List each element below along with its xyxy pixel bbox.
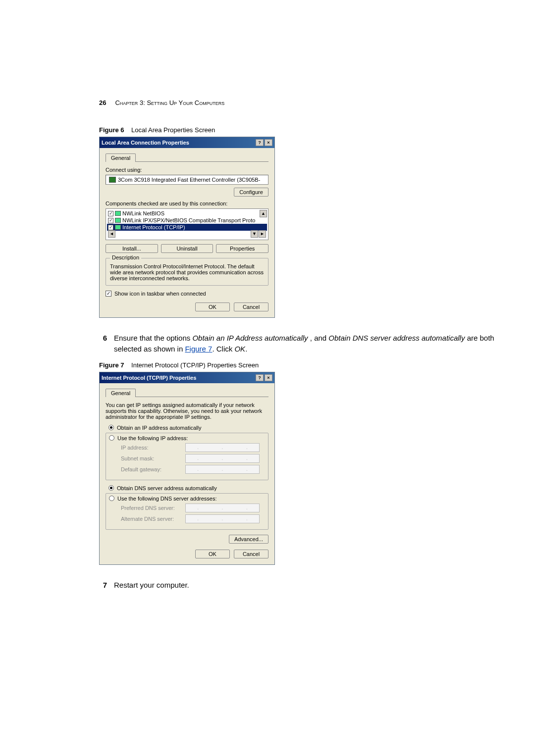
- radio-icon[interactable]: [109, 496, 114, 501]
- gateway-input: ...: [185, 465, 260, 474]
- pref-dns-label: Preferred DNS server:: [121, 505, 185, 511]
- radio-label: Use the following IP address:: [117, 435, 188, 441]
- dialog-titlebar: Local Area Connection Properties ? ×: [100, 137, 274, 148]
- show-icon-label: Show icon in taskbar when connected: [114, 291, 206, 297]
- tab-general[interactable]: General: [106, 153, 136, 162]
- nic-icon: [109, 177, 116, 183]
- radio-icon[interactable]: [108, 485, 114, 491]
- components-label: Components checked are used by this conn…: [106, 201, 268, 206]
- ok-button[interactable]: OK: [195, 550, 230, 558]
- running-header: 26 Chapter 3: Setting Up Your Computers: [99, 99, 495, 106]
- figure7-caption: Figure 7 Internet Protocol (TCP/IP) Prop…: [99, 361, 495, 369]
- subnet-input: ...: [185, 454, 260, 463]
- list-item-label: NWLink NetBIOS: [122, 210, 164, 216]
- radio-icon[interactable]: [108, 425, 114, 430]
- ip-address-input: ...: [185, 443, 260, 452]
- chapter-label: Chapter 3: Setting Up Your Computers: [115, 99, 224, 106]
- option-obtain-dns: Obtain DNS server address automatically: [328, 334, 465, 342]
- adapter-field: 3Com 3C918 Integrated Fast Ethernet Cont…: [106, 175, 268, 185]
- step-body: Restart your computer.: [114, 580, 189, 591]
- step-number: 6: [99, 333, 107, 354]
- figure6-caption-prefix: Figure 6: [99, 126, 124, 134]
- list-item-label: NWLink IPX/SPX/NetBIOS Compatible Transp…: [122, 217, 255, 223]
- checkbox-icon[interactable]: ✓: [106, 291, 111, 297]
- radio-use-ip[interactable]: Use the following IP address:: [109, 435, 264, 441]
- list-item[interactable]: ✓ NWLink IPX/SPX/NetBIOS Compatible Tran…: [107, 217, 267, 224]
- alt-dns-label: Alternate DNS server:: [121, 516, 185, 522]
- ok-button[interactable]: OK: [195, 302, 230, 311]
- intro-text: You can get IP settings assigned automat…: [106, 402, 268, 420]
- step-6: 6 Ensure that the options Obtain an IP A…: [99, 333, 495, 354]
- radio-obtain-ip[interactable]: Obtain an IP address automatically: [108, 425, 268, 431]
- protocol-icon: [115, 211, 121, 216]
- advanced-button[interactable]: Advanced...: [229, 535, 268, 544]
- adapter-name: 3Com 3C918 Integrated Fast Ethernet Cont…: [118, 177, 260, 183]
- help-icon[interactable]: ?: [256, 374, 264, 381]
- configure-button[interactable]: Configure: [234, 188, 268, 197]
- step-7: 7 Restart your computer.: [99, 580, 495, 591]
- tcpip-properties-dialog: Internet Protocol (TCP/IP) Properties ? …: [99, 372, 275, 565]
- components-listbox[interactable]: ▲ ✓ NWLink NetBIOS ✓ NWLink IPX/SPX/NetB…: [106, 208, 268, 240]
- dialog-title: Local Area Connection Properties: [102, 140, 189, 146]
- tab-general[interactable]: General: [106, 389, 136, 397]
- step-body: Ensure that the options Obtain an IP Add…: [114, 333, 495, 354]
- close-icon[interactable]: ×: [265, 374, 272, 381]
- radio-obtain-dns[interactable]: Obtain DNS server address automatically: [108, 485, 268, 491]
- figure7-caption-text: Internet Protocol (TCP/IP) Properties Sc…: [131, 361, 259, 369]
- help-icon[interactable]: ?: [256, 139, 264, 146]
- radio-label: Use the following DNS server addresses:: [117, 496, 217, 502]
- list-item-label: Internet Protocol (TCP/IP): [122, 224, 185, 230]
- dialog-title: Internet Protocol (TCP/IP) Properties: [102, 375, 196, 381]
- list-item-selected[interactable]: ✓ Internet Protocol (TCP/IP): [107, 224, 267, 231]
- option-obtain-ip: Obtain an IP Address automatically: [192, 334, 308, 342]
- alt-dns-input: ...: [185, 514, 260, 523]
- connect-using-label: Connect using:: [106, 167, 268, 173]
- description-groupbox: Description Transmission Control Protoco…: [106, 258, 268, 286]
- cancel-button[interactable]: Cancel: [234, 550, 268, 558]
- radio-label: Obtain an IP address automatically: [117, 425, 201, 431]
- dialog-titlebar: Internet Protocol (TCP/IP) Properties ? …: [100, 372, 274, 383]
- scroll-up-icon[interactable]: ▲: [260, 210, 267, 217]
- protocol-icon: [115, 218, 121, 223]
- description-legend: Description: [110, 254, 141, 260]
- scroll-down-icon[interactable]: ▼: [251, 230, 258, 238]
- page-number: 26: [99, 99, 106, 106]
- install-button[interactable]: Install...: [106, 244, 158, 253]
- checkbox-icon[interactable]: ✓: [108, 218, 113, 223]
- radio-label: Obtain DNS server address automatically: [117, 485, 217, 491]
- gateway-label: Default gateway:: [121, 466, 185, 472]
- radio-icon[interactable]: [109, 435, 114, 441]
- list-item[interactable]: ✓ NWLink NetBIOS: [107, 210, 267, 217]
- radio-use-dns[interactable]: Use the following DNS server addresses:: [109, 496, 264, 502]
- figure6-caption-text: Local Area Properties Screen: [131, 126, 215, 134]
- cancel-button[interactable]: Cancel: [234, 302, 268, 311]
- show-icon-checkbox-row[interactable]: ✓ Show icon in taskbar when connected: [106, 291, 268, 297]
- properties-button[interactable]: Properties: [216, 244, 268, 253]
- uninstall-button[interactable]: Uninstall: [161, 244, 214, 253]
- scroll-left-icon[interactable]: ◄: [108, 230, 115, 238]
- step-number: 7: [99, 580, 107, 591]
- local-area-properties-dialog: Local Area Connection Properties ? × Gen…: [99, 137, 275, 318]
- pref-dns-input: ...: [185, 504, 260, 512]
- figure7-caption-prefix: Figure 7: [99, 361, 124, 369]
- checkbox-icon[interactable]: ✓: [108, 211, 113, 216]
- figure6-caption: Figure 6 Local Area Properties Screen: [99, 126, 495, 134]
- checkbox-icon[interactable]: ✓: [108, 225, 113, 230]
- ok-word: OK: [234, 345, 245, 353]
- figure7-link[interactable]: Figure 7: [185, 345, 212, 353]
- scroll-right-icon[interactable]: ►: [259, 230, 266, 238]
- protocol-icon: [115, 225, 121, 230]
- description-text: Transmission Control Protocol/Internet P…: [110, 263, 264, 281]
- subnet-label: Subnet mask:: [121, 455, 185, 461]
- close-icon[interactable]: ×: [265, 139, 272, 146]
- ip-address-label: IP address:: [121, 445, 185, 451]
